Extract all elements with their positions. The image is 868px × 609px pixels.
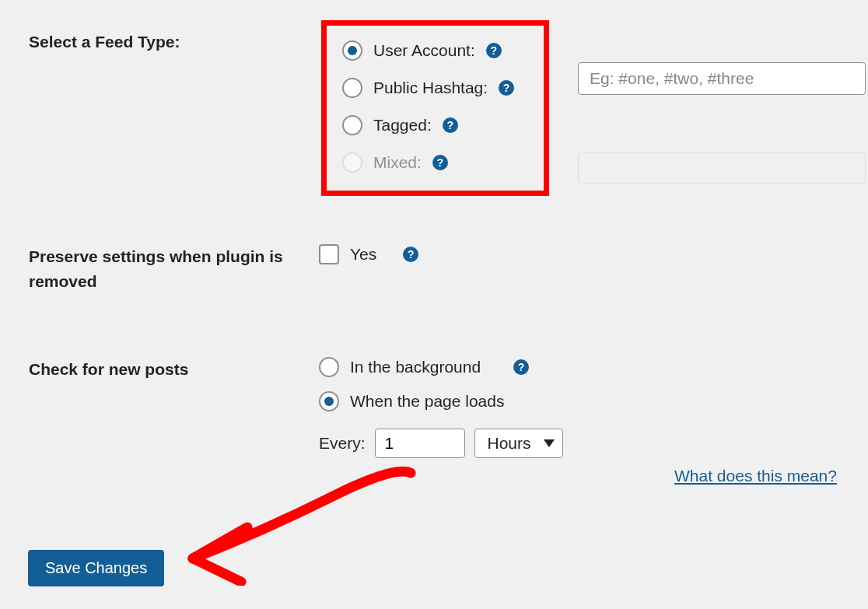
every-value-input[interactable] [375, 429, 465, 458]
arrow-annotation [177, 450, 426, 586]
radio-page-loads[interactable] [319, 391, 339, 411]
hashtag-input[interactable] [578, 62, 866, 95]
feed-type-highlight-box: User Account: ? Public Hashtag: ? Tagged… [321, 20, 549, 196]
radio-background-label: In the background [350, 358, 481, 376]
every-unit-value: Hours [488, 434, 531, 453]
mixed-input [578, 152, 866, 184]
radio-public-hashtag[interactable] [342, 78, 362, 98]
preserve-checkbox-label: Yes [350, 245, 376, 264]
radio-tagged[interactable] [342, 115, 362, 135]
every-unit-select[interactable]: Hours [474, 429, 563, 458]
feed-type-label: Select a Feed Type: [0, 0, 319, 54]
radio-user-account[interactable] [342, 40, 362, 61]
radio-page-loads-label: When the page loads [350, 392, 504, 411]
radio-background[interactable] [319, 357, 339, 377]
every-label: Every: [319, 434, 366, 453]
radio-mixed [342, 152, 362, 173]
radio-tagged-label: Tagged: [373, 116, 432, 135]
help-icon[interactable]: ? [499, 80, 514, 96]
save-changes-button[interactable]: Save Changes [28, 550, 164, 586]
help-icon[interactable]: ? [432, 155, 448, 170]
help-icon[interactable]: ? [443, 117, 458, 133]
radio-user-account-label: User Account: [373, 41, 475, 60]
preserve-checkbox[interactable] [319, 244, 339, 264]
help-icon[interactable]: ? [513, 359, 529, 375]
what-does-this-mean-link[interactable]: What does this mean? [674, 467, 837, 485]
help-icon[interactable]: ? [486, 43, 502, 58]
help-icon[interactable]: ? [403, 247, 418, 262]
radio-public-hashtag-label: Public Hashtag: [373, 79, 488, 97]
preserve-settings-label: Preserve settings when plugin is removed [0, 196, 319, 293]
check-posts-label: Check for new posts [0, 293, 319, 382]
radio-mixed-label: Mixed: [373, 153, 422, 172]
chevron-down-icon [544, 439, 555, 447]
